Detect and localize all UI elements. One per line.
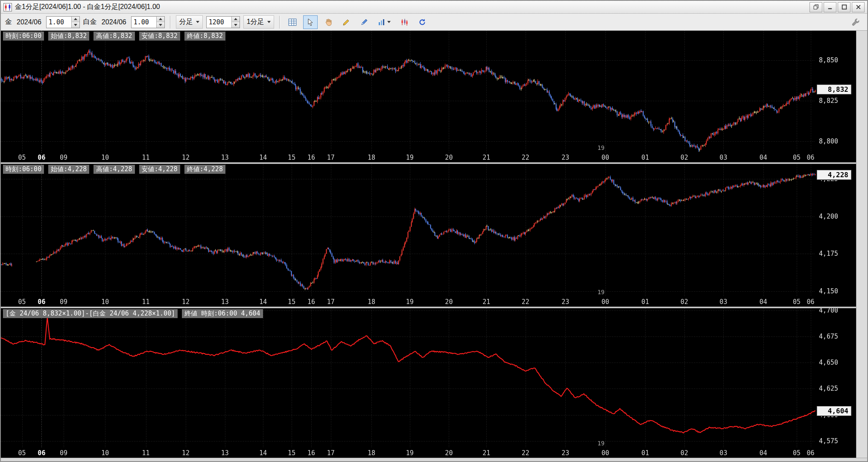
gold-chart-canvas[interactable] [1, 31, 856, 162]
chart-panel-spread: [金 24/06 8,832×1.00]-[白金 24/06 4,228×1.0… [1, 308, 856, 458]
toolbar-separator [279, 16, 280, 29]
time-axis-label: 00 [602, 154, 609, 161]
time-axis-label: 14 [259, 154, 267, 161]
pen-tool-button[interactable] [357, 15, 371, 29]
chart-panel-gold: 時刻:06:00始値:8,832高値:8,832安値:8,832終値:8,832… [1, 31, 856, 162]
title-bar[interactable]: 金1分足[2024/06]1.00 - 白金1分足[2024/06]1.00 [1, 1, 867, 14]
gold-multiplier-down-button[interactable] [72, 22, 79, 28]
bar-interval-dropdown[interactable]: 1分足 [243, 15, 274, 29]
chart-info-segment: 安値:8,832 [139, 32, 180, 41]
y-axis-label: 4,175 [819, 250, 838, 257]
time-axis-label: 17 [327, 298, 335, 306]
chart-info-segment: 時刻:06:00 [3, 165, 44, 174]
time-axis-label: 04 [760, 298, 767, 306]
chart-info-segment: 高値:4,228 [94, 165, 134, 174]
chart-info-segment: 安値:4,228 [139, 165, 180, 174]
chevron-down-icon [387, 21, 391, 23]
quote-board-button[interactable] [285, 15, 300, 29]
platinum-multiplier-spinner[interactable] [131, 16, 165, 28]
time-axis-label: 13 [221, 298, 229, 306]
date-marker: 19 [597, 289, 605, 295]
pencil-tool-button[interactable] [339, 15, 354, 29]
time-axis-label: 17 [327, 154, 335, 161]
time-axis-label: 13 [221, 154, 229, 161]
chart-info-bar: 時刻:06:00始値:8,832高値:8,832安値:8,832終値:8,832 [3, 32, 225, 41]
time-axis-label: 00 [602, 449, 609, 457]
platinum-contract-month[interactable]: 2024/06 [100, 18, 128, 27]
chevron-down-icon [267, 21, 271, 23]
bar-count-down-button[interactable] [232, 22, 240, 28]
spinner-down-icon [234, 24, 237, 26]
platinum-multiplier-spin-buttons [156, 17, 164, 28]
y-axis-label: 4,150 [819, 287, 838, 295]
bar-interval-label: 1分足 [247, 18, 264, 26]
chart-info-segment: 高値:8,832 [94, 32, 134, 41]
right-gutter [856, 31, 867, 458]
time-axis-label: 16 [307, 298, 315, 306]
spread-chart-canvas[interactable] [1, 308, 856, 458]
float-window-button[interactable] [810, 2, 822, 12]
bar-count-up-button[interactable] [232, 17, 240, 23]
time-axis-label: 02 [681, 449, 688, 457]
chart-panel-platinum: 時刻:06:00始値:4,228高値:4,228安値:4,228終値:4,228… [1, 164, 856, 307]
pencil-icon [342, 18, 351, 26]
time-axis-label: 02 [681, 154, 688, 161]
cursor-tool-button[interactable] [303, 15, 318, 29]
window-border-bottom [1, 458, 867, 461]
close-button[interactable] [852, 2, 865, 12]
time-axis-label: 09 [60, 449, 67, 457]
chart-info-segment: 終値:4,228 [184, 165, 225, 174]
time-axis-label: 17 [327, 449, 335, 457]
chart-style-dropdown-button[interactable] [375, 15, 394, 29]
time-axis-label: 10 [101, 154, 109, 161]
gold-contract-month[interactable]: 2024/06 [15, 18, 43, 27]
time-axis-label: 12 [182, 154, 190, 161]
hand-icon [324, 18, 333, 26]
time-axis-label: 14 [259, 449, 267, 457]
time-axis-label: 18 [368, 154, 375, 161]
time-axis-label: 23 [561, 154, 569, 161]
platinum-multiplier-input[interactable] [132, 17, 156, 28]
time-axis-label: 22 [522, 154, 529, 161]
chart-panels: 時刻:06:00始値:8,832高値:8,832安値:8,832終値:8,832… [1, 31, 856, 458]
time-axis-label: 06 [38, 449, 45, 457]
time-axis-label: 10 [101, 298, 109, 306]
date-marker: 19 [597, 440, 605, 447]
gold-multiplier-spin-buttons [71, 17, 79, 28]
gold-multiplier-up-button[interactable] [72, 17, 79, 23]
spinner-up-icon [74, 18, 77, 20]
refresh-button[interactable] [415, 15, 430, 29]
candle-chart-icon [400, 18, 409, 26]
time-axis-label: 05 [793, 449, 801, 457]
time-axis-label: 19 [406, 449, 414, 457]
window-title: 金1分足[2024/06]1.00 - 白金1分足[2024/06]1.00 [15, 3, 160, 12]
platinum-chart-canvas[interactable] [1, 164, 856, 307]
maximize-button[interactable] [838, 2, 850, 12]
time-axis-label: 04 [760, 449, 767, 457]
bar-count-input[interactable] [207, 17, 231, 28]
time-axis-label: 11 [142, 449, 150, 457]
time-axis-label: 18 [368, 449, 375, 457]
gold-multiplier-spinner[interactable] [46, 16, 80, 28]
time-axis-label: 03 [719, 298, 727, 306]
time-axis-label: 19 [406, 298, 414, 306]
spinner-down-icon [159, 24, 162, 26]
time-axis-label: 05 [18, 449, 26, 457]
platinum-multiplier-up-button[interactable] [157, 17, 164, 23]
settings-button[interactable] [848, 15, 863, 29]
bar-type-dropdown[interactable]: 分足 [176, 15, 203, 29]
time-axis-label: 05 [18, 298, 26, 306]
time-axis-label: 15 [288, 449, 295, 457]
hand-tool-button[interactable] [321, 15, 336, 29]
time-axis-label: 06 [807, 298, 815, 306]
time-axis-label: 12 [182, 298, 190, 306]
chart-info-segment: 終値:8,832 [184, 32, 225, 41]
bar-count-spinner[interactable] [206, 16, 240, 28]
y-axis-label: 8,850 [819, 56, 838, 64]
minimize-button[interactable] [824, 2, 836, 12]
time-axis-label: 14 [259, 298, 267, 306]
platinum-multiplier-down-button[interactable] [157, 22, 164, 28]
candle-chart-button[interactable] [397, 15, 412, 29]
gold-multiplier-input[interactable] [47, 17, 71, 28]
y-axis-label: 4,200 [819, 213, 838, 220]
